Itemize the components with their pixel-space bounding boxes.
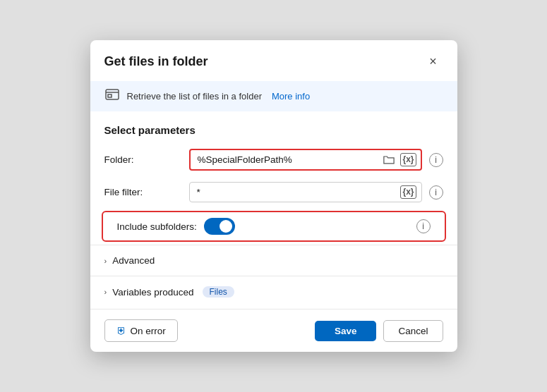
divider-2 — [90, 276, 457, 276]
banner-text: Retrieve the list of files in a folder — [127, 91, 262, 102]
shield-icon: ⛨ — [116, 325, 126, 336]
divider-1 — [90, 245, 457, 245]
info-label: i — [435, 155, 437, 165]
file-filter-info-icon[interactable]: i — [429, 185, 443, 200]
folder-input-wrapper: {x} — [189, 149, 422, 171]
file-filter-input-wrapper: {x} — [189, 182, 422, 202]
svg-rect-2 — [108, 94, 112, 97]
close-button[interactable]: × — [423, 51, 443, 71]
banner-icon — [104, 88, 120, 104]
folder-browse-button[interactable] — [382, 152, 396, 166]
variable-icon-2: {x} — [400, 185, 416, 199]
variables-badge: Files — [203, 286, 234, 298]
file-filter-label: File filter: — [104, 187, 182, 197]
file-filter-row: File filter: {x} i — [90, 176, 457, 208]
toggle-slider — [204, 218, 235, 235]
folder-variable-button[interactable]: {x} — [399, 152, 417, 168]
cancel-button[interactable]: Cancel — [383, 320, 443, 342]
dialog-title: Get files in folder — [104, 54, 208, 69]
variables-section[interactable]: › Variables produced Files — [90, 279, 457, 305]
footer-left: ⛨ On error — [104, 319, 178, 342]
info-label-2: i — [435, 188, 437, 197]
dialog-footer: ⛨ On error Save Cancel — [90, 309, 457, 352]
info-label-3: i — [422, 221, 424, 231]
footer-right: Save Cancel — [315, 320, 443, 342]
variables-label: Variables produced — [112, 287, 193, 298]
on-error-label: On error — [131, 326, 166, 336]
advanced-section[interactable]: › Advanced — [90, 248, 457, 273]
folder-input-icons: {x} — [382, 152, 417, 168]
get-files-dialog: Get files in folder × Retrieve the list … — [90, 40, 457, 352]
folder-row: Folder: {x} i — [90, 143, 457, 176]
advanced-arrow: › — [104, 257, 107, 265]
dialog-header: Get files in folder × — [90, 40, 457, 81]
file-filter-variable-button[interactable]: {x} — [399, 184, 417, 200]
section-title: Select parameters — [90, 111, 457, 143]
on-error-button[interactable]: ⛨ On error — [104, 319, 178, 342]
folder-info-icon[interactable]: i — [429, 153, 443, 167]
file-filter-icons: {x} — [399, 184, 417, 200]
dialog-body: Select parameters Folder: {x} — [90, 111, 457, 305]
file-filter-input[interactable] — [189, 182, 422, 202]
save-button[interactable]: Save — [315, 321, 377, 341]
more-info-link[interactable]: More info — [272, 91, 310, 102]
subfolder-info-icon[interactable]: i — [416, 219, 431, 233]
include-subfolders-toggle[interactable] — [204, 218, 235, 235]
include-subfolders-row: Include subfolders: i — [102, 211, 446, 242]
info-banner: Retrieve the list of files in a folder M… — [90, 81, 457, 111]
variable-icon: {x} — [400, 153, 416, 166]
variables-arrow: › — [104, 288, 107, 296]
include-subfolders-label: Include subfolders: — [117, 221, 197, 232]
folder-label: Folder: — [104, 154, 182, 165]
advanced-label: Advanced — [112, 255, 155, 266]
